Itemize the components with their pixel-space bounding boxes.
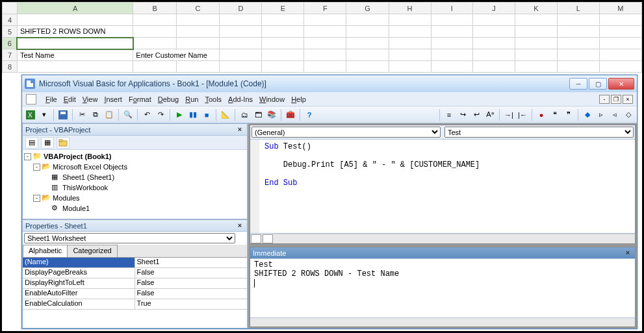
- object-selector[interactable]: Sheet1 Worksheet: [24, 233, 235, 243]
- spreadsheet[interactable]: A B C D E F G H I J K L M 4 5SHIFTED 2 R…: [2, 2, 642, 73]
- save-icon[interactable]: [57, 109, 69, 121]
- titlebar[interactable]: Microsoft Visual Basic for Applications …: [22, 75, 637, 92]
- col-hdr-H[interactable]: H: [389, 3, 431, 14]
- view-excel-icon[interactable]: X: [25, 109, 36, 121]
- redo-icon[interactable]: ↷: [155, 109, 166, 121]
- tab-alphabetic[interactable]: Alphabetic: [23, 245, 68, 257]
- tree-item[interactable]: Sheet1 (Sheet1): [62, 173, 114, 181]
- procedure-dropdown[interactable]: Test: [444, 127, 634, 138]
- toolbox-icon[interactable]: 🧰: [285, 109, 296, 121]
- menu-debug[interactable]: Debug: [158, 95, 179, 103]
- tree-item[interactable]: Module1: [62, 204, 90, 212]
- paste-icon[interactable]: 📋: [103, 109, 115, 121]
- view-object-icon[interactable]: ▦: [41, 137, 54, 149]
- reset-icon[interactable]: ■: [201, 109, 213, 121]
- tree-group[interactable]: Modules: [53, 194, 80, 202]
- mdi-restore-button[interactable]: ❐: [611, 95, 621, 104]
- cell-A7[interactable]: Test Name: [17, 49, 133, 61]
- row-hdr[interactable]: 7: [3, 49, 18, 61]
- full-module-view-icon[interactable]: [263, 234, 273, 243]
- col-hdr-M[interactable]: M: [599, 3, 641, 14]
- mdi-minimize-button[interactable]: -: [599, 95, 610, 104]
- menu-insert[interactable]: Insert: [104, 95, 122, 103]
- breakpoint-icon[interactable]: ●: [535, 109, 547, 121]
- comment-icon[interactable]: ❝: [549, 109, 561, 121]
- bookmark-icon[interactable]: ◆: [582, 109, 593, 121]
- tb2-icon[interactable]: ↩: [470, 109, 482, 121]
- row-hdr[interactable]: 6: [3, 38, 18, 49]
- help-icon[interactable]: ?: [303, 109, 315, 121]
- prop-value[interactable]: True: [135, 299, 248, 309]
- menu-format[interactable]: Format: [129, 95, 151, 103]
- properties-icon[interactable]: 🗔: [252, 109, 264, 121]
- prev-bookmark-icon[interactable]: ◃: [609, 109, 621, 121]
- col-hdr-L[interactable]: L: [557, 3, 599, 14]
- col-hdr-E[interactable]: E: [262, 3, 304, 14]
- tree-item[interactable]: ThisWorkbook: [62, 184, 108, 191]
- cut-icon[interactable]: ✂: [76, 109, 88, 121]
- toggle-folders-icon[interactable]: [57, 137, 70, 149]
- tree-group[interactable]: Microsoft Excel Objects: [53, 163, 127, 171]
- project-tree[interactable]: -📁VBAProject (Book1) -📂Microsoft Excel O…: [23, 150, 247, 219]
- break-icon[interactable]: ▮▮: [187, 109, 199, 121]
- tab-categorized[interactable]: Categorized: [67, 245, 117, 257]
- prop-value[interactable]: False: [135, 289, 248, 299]
- menu-window[interactable]: Window: [259, 95, 285, 103]
- col-hdr-B[interactable]: B: [133, 3, 176, 14]
- col-hdr-A[interactable]: A: [17, 3, 133, 14]
- outdent-icon[interactable]: |←: [517, 109, 528, 121]
- cell-A5[interactable]: SHIFTED 2 ROWS DOWN: [17, 26, 133, 38]
- col-hdr-J[interactable]: J: [473, 3, 515, 14]
- design-mode-icon[interactable]: 📐: [220, 109, 231, 121]
- object-browser-icon[interactable]: 📚: [266, 109, 277, 121]
- tb2-icon[interactable]: ≡: [443, 109, 455, 121]
- uncomment-icon[interactable]: ❞: [563, 109, 574, 121]
- tb2-icon[interactable]: Aᵃ: [484, 109, 496, 121]
- clear-bookmark-icon[interactable]: ◇: [623, 109, 634, 121]
- project-explorer-icon[interactable]: 🗂: [238, 109, 250, 121]
- prop-name[interactable]: EnableCalculation: [23, 299, 135, 309]
- cell[interactable]: [17, 14, 133, 26]
- col-hdr-I[interactable]: I: [431, 3, 472, 14]
- menu-view[interactable]: View: [83, 95, 98, 103]
- cell-A6-selected[interactable]: [17, 38, 133, 49]
- properties-grid[interactable]: (Name)Sheet1 DisplayPageBreaksFalse Disp…: [23, 258, 247, 328]
- row-hdr[interactable]: 4: [3, 14, 18, 26]
- maximize-button[interactable]: ▢: [589, 78, 607, 90]
- expand-icon[interactable]: -: [24, 153, 31, 160]
- close-pane-button[interactable]: ×: [623, 249, 632, 258]
- indent-icon[interactable]: →|: [503, 109, 515, 121]
- copy-icon[interactable]: ⧉: [90, 109, 101, 121]
- minimize-button[interactable]: ─: [569, 78, 587, 90]
- menu-help[interactable]: Help: [291, 95, 306, 103]
- tb2-icon[interactable]: ↪: [457, 109, 469, 121]
- undo-icon[interactable]: ↶: [141, 109, 153, 121]
- row-hdr[interactable]: 8: [3, 61, 18, 73]
- menu-addins[interactable]: Add-Ins: [228, 95, 253, 103]
- col-hdr-G[interactable]: G: [346, 3, 389, 14]
- cell-B7[interactable]: Enter Customer Name: [133, 49, 220, 61]
- close-pane-button[interactable]: ×: [235, 221, 244, 230]
- corner-cell[interactable]: [3, 3, 18, 14]
- insert-dropdown-icon[interactable]: ▾: [38, 109, 50, 121]
- menu-edit[interactable]: Edit: [64, 95, 76, 103]
- expand-icon[interactable]: -: [33, 195, 40, 202]
- row-hdr[interactable]: 5: [3, 26, 18, 38]
- prop-value[interactable]: False: [135, 268, 248, 278]
- expand-icon[interactable]: -: [33, 164, 40, 171]
- close-button[interactable]: ✕: [608, 78, 634, 90]
- col-hdr-D[interactable]: D: [220, 3, 262, 14]
- prop-value[interactable]: Sheet1: [135, 258, 248, 267]
- close-pane-button[interactable]: ×: [235, 125, 244, 134]
- menu-file[interactable]: File: [45, 95, 57, 103]
- col-hdr-F[interactable]: F: [304, 3, 346, 14]
- object-dropdown[interactable]: (General): [251, 127, 441, 138]
- immediate-output[interactable]: TestSHIFTED 2 ROWS DOWN - Test Name: [250, 259, 635, 317]
- prop-name[interactable]: DisplayPageBreaks: [23, 268, 135, 278]
- mdi-close-button[interactable]: ×: [623, 95, 633, 104]
- procedure-view-icon[interactable]: [251, 234, 261, 243]
- code-editor[interactable]: Sub Test() Debug.Print [A5] & " - " & [C…: [250, 140, 635, 233]
- view-code-icon[interactable]: ▤: [25, 137, 38, 149]
- run-icon[interactable]: ▶: [174, 109, 185, 121]
- find-icon[interactable]: 🔍: [122, 109, 134, 121]
